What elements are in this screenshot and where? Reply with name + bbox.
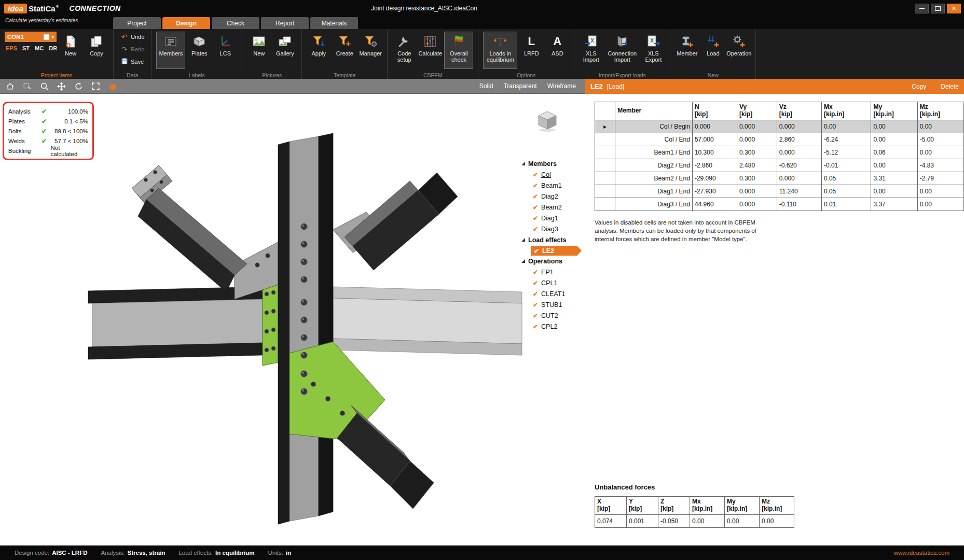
close-button[interactable]: × — [947, 4, 961, 13]
lrfd-button[interactable]: L LRFD — [519, 32, 543, 69]
new-member-button[interactable]: Member — [675, 32, 699, 69]
zoom-icon[interactable] — [39, 81, 49, 91]
code-setup-button[interactable]: Code setup — [392, 32, 416, 69]
vy-cell[interactable]: 2.480 — [737, 159, 777, 172]
table-row[interactable]: Diag2 / End -2.860 2.480 -0.620 -0.01 0.… — [595, 159, 964, 172]
n-cell[interactable]: 10.300 — [692, 146, 737, 159]
viewport-canvas[interactable]: Analysis ✔ 100.0% Plates ✔ 0.1 < 5% Bolt… — [0, 94, 585, 545]
my-cell[interactable]: 0.00 — [871, 159, 917, 172]
mz-cell[interactable]: 0.00 — [917, 185, 963, 198]
new-project-item-button[interactable]: New — [59, 32, 82, 69]
vz-cell[interactable]: -0.110 — [777, 198, 821, 211]
asd-button[interactable]: A ASD — [545, 32, 569, 69]
connection-selector[interactable]: CON1 ▾ — [5, 32, 57, 42]
table-row[interactable]: Diag3 / End 44.960 0.000 -0.110 0.01 3.3… — [595, 198, 964, 211]
table-row[interactable]: ▸ Col / Begin 0.000 0.000 0.000 0.00 0.0… — [595, 120, 964, 133]
plates-labels-button[interactable]: Plates — [187, 32, 211, 69]
vz-cell[interactable]: 0.000 — [777, 120, 821, 133]
tab-report[interactable]: Report — [261, 17, 309, 29]
my-cell[interactable]: 3.31 — [871, 172, 917, 185]
xls-import-button[interactable]: X XLS Import — [579, 32, 603, 69]
mx-cell[interactable]: -0.01 — [821, 159, 871, 172]
tree-item-le2-selected[interactable]: ✔ LE2 — [531, 246, 582, 256]
current-row-marker[interactable]: ▸ — [595, 120, 615, 133]
template-manager-button[interactable]: Manager — [359, 32, 382, 69]
mz-cell[interactable]: 0.00 — [917, 198, 963, 211]
tree-item-beam2[interactable]: ✔ Beam2 — [521, 202, 584, 213]
mx-cell[interactable]: 0.00 — [821, 120, 871, 133]
mx-cell[interactable]: 0.01 — [821, 198, 871, 211]
lcs-labels-button[interactable]: LCS — [213, 32, 237, 69]
mode-eps[interactable]: EPS — [6, 45, 17, 51]
tab-design[interactable]: Design — [162, 17, 210, 29]
vy-cell[interactable]: 0.000 — [737, 133, 777, 146]
vy-cell[interactable]: 0.000 — [737, 198, 777, 211]
vz-cell[interactable]: -0.620 — [777, 159, 821, 172]
loads-in-equilibrium-button[interactable]: Loads in equilibrium — [483, 32, 517, 69]
n-cell[interactable]: -27.930 — [692, 185, 737, 198]
pan-icon[interactable] — [57, 81, 66, 91]
apply-template-button[interactable]: Apply — [307, 32, 330, 69]
vz-cell[interactable]: 2.860 — [777, 133, 821, 146]
view-cube[interactable] — [535, 108, 559, 132]
tree-item-diag1[interactable]: ✔ Diag1 — [521, 213, 584, 223]
table-row[interactable]: Diag1 / End -27.930 0.000 11.240 0.05 0.… — [595, 185, 964, 198]
tree-group-operations[interactable]: Operations — [521, 256, 584, 267]
tab-project[interactable]: Project — [113, 17, 161, 29]
tree-item-col[interactable]: ✔ Col — [521, 169, 584, 180]
members-labels-button[interactable]: Members — [156, 32, 185, 69]
vy-cell[interactable]: 0.300 — [737, 146, 777, 159]
my-cell[interactable]: 0.00 — [871, 120, 917, 133]
tree-item-diag3[interactable]: ✔ Diag3 — [521, 223, 584, 234]
home-view-icon[interactable] — [5, 81, 15, 91]
my-cell[interactable]: 0.06 — [871, 146, 917, 159]
table-row[interactable]: Col / End 57.000 0.000 2.860 -6.24 0.00 … — [595, 133, 964, 146]
minimize-button[interactable] — [915, 4, 929, 13]
render-mode-transparent[interactable]: Transparent — [503, 82, 536, 90]
vy-cell[interactable]: 0.000 — [737, 120, 777, 133]
calculate-button[interactable]: Calculate — [418, 32, 442, 69]
tree-item-stub1[interactable]: ✔ STUB1 — [521, 299, 584, 310]
vy-cell[interactable]: 0.000 — [737, 185, 777, 198]
redo-button[interactable]: ↷ Redo — [118, 44, 146, 54]
mz-cell[interactable]: -4.83 — [917, 159, 963, 172]
n-cell[interactable]: 0.000 — [692, 120, 737, 133]
n-cell[interactable]: 44.960 — [692, 198, 737, 211]
tree-item-beam1[interactable]: ✔ Beam1 — [521, 180, 584, 191]
n-cell[interactable]: -29.090 — [692, 172, 737, 185]
new-picture-button[interactable]: New — [247, 32, 271, 69]
save-button[interactable]: Save — [118, 57, 146, 67]
vz-cell[interactable]: 11.240 — [777, 185, 821, 198]
table-row[interactable]: Beam1 / End 10.300 0.300 0.000 -5.12 0.0… — [595, 146, 964, 159]
new-operation-button[interactable]: Operation — [727, 32, 751, 69]
my-cell[interactable]: 0.00 — [871, 185, 917, 198]
maximize-button[interactable] — [931, 4, 945, 13]
website-link[interactable]: www.ideastatica.com — [894, 550, 949, 556]
fit-view-icon[interactable] — [91, 81, 100, 91]
n-cell[interactable]: 57.000 — [692, 133, 737, 146]
xls-export-button[interactable]: X XLS Export — [641, 32, 665, 69]
mode-dr[interactable]: DR — [49, 45, 57, 51]
mz-cell[interactable]: -5.00 — [917, 133, 963, 146]
mz-cell[interactable]: 0.00 — [917, 146, 963, 159]
my-cell[interactable]: 0.00 — [871, 133, 917, 146]
mx-cell[interactable]: 0.05 — [821, 172, 871, 185]
overall-check-button[interactable]: Overall check — [444, 32, 473, 69]
mode-st[interactable]: ST — [22, 45, 30, 51]
mz-cell[interactable]: 0.00 — [917, 120, 963, 133]
mode-mc[interactable]: MC — [35, 45, 44, 51]
mx-cell[interactable]: -5.12 — [821, 146, 871, 159]
tree-item-cleat1[interactable]: ✔ CLEAT1 — [521, 288, 584, 299]
mx-cell[interactable]: 0.05 — [821, 185, 871, 198]
rotate-view-icon[interactable] — [74, 81, 83, 91]
delete-load-button[interactable]: Delete — [941, 83, 959, 90]
n-cell[interactable]: -2.860 — [692, 159, 737, 172]
tree-item-ep1[interactable]: ✔ EP1 — [521, 267, 584, 277]
connection-import-button[interactable]: Connection Import — [605, 32, 639, 69]
vz-cell[interactable]: 0.000 — [777, 146, 821, 159]
tree-group-members[interactable]: Members — [521, 158, 584, 169]
render-mode-solid[interactable]: Solid — [479, 82, 493, 90]
gallery-button[interactable]: Gallery — [273, 32, 297, 69]
render-mode-wireframe[interactable]: Wireframe — [547, 82, 576, 90]
my-cell[interactable]: 3.37 — [871, 198, 917, 211]
